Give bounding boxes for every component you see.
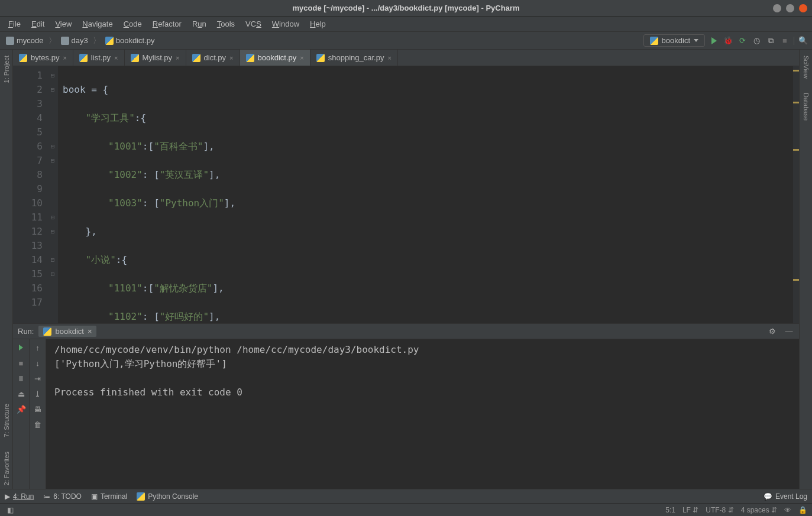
tab-label: dict.py (204, 53, 227, 62)
window-title: mycode [~/mycode] - .../day3/bookdict.py… (293, 4, 520, 12)
menu-vcs[interactable]: VCS (241, 18, 266, 30)
run-header: Run: bookdict × ⚙ — (13, 324, 799, 339)
run-button[interactable] (709, 35, 719, 46)
pause-button[interactable]: ⏸ (17, 374, 26, 383)
menu-refactor[interactable]: Refactor (148, 18, 186, 30)
tab-label: list.py (91, 53, 111, 62)
close-icon[interactable]: × (387, 54, 391, 61)
run-coverage-button[interactable]: ⟳ (737, 35, 748, 46)
pin-button[interactable]: 📌 (17, 404, 26, 414)
rerun-button[interactable] (17, 343, 26, 352)
tool-pyconsole[interactable]: Python Console (137, 492, 198, 501)
tab-list[interactable]: list.py× (73, 50, 125, 66)
chevron-down-icon (694, 39, 698, 42)
up-button[interactable]: ↑ (33, 343, 43, 352)
menu-run[interactable]: Run (187, 18, 211, 30)
minimap[interactable] (793, 66, 799, 323)
close-icon[interactable]: × (88, 327, 92, 336)
main-area: 1: Project 7: Structure 2: Favorites byt… (0, 50, 812, 489)
titlebar: mycode [~/mycode] - .../day3/bookdict.py… (0, 0, 812, 17)
separator (794, 37, 794, 45)
search-button[interactable]: 🔍 (798, 35, 808, 46)
scroll-end-button[interactable]: ⤓ (33, 389, 43, 398)
tool-sciview[interactable]: SciView (801, 52, 811, 82)
tool-project[interactable]: 1: Project (2, 52, 11, 86)
tab-shopping[interactable]: shopping_car.py× (310, 50, 398, 66)
output-line: ['Python入门,学习Python的好帮手'] (54, 358, 227, 369)
breadcrumbs: mycode 〉 day3 〉 bookdict.py (4, 35, 157, 46)
run-output-controls: ↑ ↓ ⇥ ⤓ 🖶 🗑 (30, 339, 46, 489)
tab-label: Mylist.py (143, 53, 173, 62)
menu-edit[interactable]: Edit (27, 18, 49, 30)
run-tab[interactable]: bookdict × (38, 326, 96, 337)
crumb-root[interactable]: mycode (4, 35, 46, 46)
crumb-file[interactable]: bookdict.py (103, 35, 157, 46)
menu-code[interactable]: Code (119, 18, 147, 30)
close-icon[interactable]: × (229, 54, 233, 61)
encoding[interactable]: UTF-8 ⇵ (706, 506, 733, 514)
run-config-selector[interactable]: bookdict (643, 34, 705, 47)
caret-position[interactable]: 5:1 (665, 506, 675, 514)
tool-database[interactable]: Database (801, 89, 811, 124)
softwrap-button[interactable]: ⇥ (33, 374, 43, 383)
tool-run[interactable]: ▶ 4: Run (5, 492, 34, 501)
close-icon[interactable]: × (300, 54, 303, 61)
close-icon[interactable]: × (176, 54, 179, 61)
code-content[interactable]: book = { "学习工具":{ "1001":["百科全书"], "1002… (58, 66, 799, 323)
run-controls: ■ ⏸ ⏏ 📌 (13, 339, 30, 489)
lock-icon[interactable]: 🔒 (798, 506, 807, 514)
exit-button[interactable]: ⏏ (17, 389, 26, 398)
crumb-file-label: bookdict.py (116, 36, 155, 45)
tab-dict[interactable]: dict.py× (186, 50, 240, 66)
menu-window[interactable]: Window (267, 18, 304, 30)
maximize-icon[interactable] (786, 4, 794, 12)
bottom-toolbar: ▶ 4: Run ≔ 6: TODO ▣ Terminal Python Con… (0, 489, 812, 503)
minimize-panel-icon[interactable]: — (784, 326, 794, 337)
tool-todo[interactable]: ≔ 6: TODO (43, 492, 82, 501)
toolwindows-icon[interactable]: ◧ (5, 505, 15, 515)
fold-column[interactable]: ⊟⊟⊟⊟⊟⊟⊟⊟ (47, 66, 58, 323)
tab-mylist[interactable]: Mylist.py× (125, 50, 186, 66)
debug-button[interactable]: 🐞 (723, 35, 733, 46)
python-icon (131, 54, 139, 62)
close-icon[interactable] (799, 4, 807, 12)
menu-file[interactable]: File (4, 18, 25, 30)
tool-structure[interactable]: 7: Structure (2, 400, 11, 441)
line-ending[interactable]: LF ⇵ (682, 506, 698, 514)
right-tool-strip: SciView Database (799, 50, 812, 489)
tab-bytes[interactable]: bytes.py× (13, 50, 73, 66)
down-button[interactable]: ↓ (33, 358, 43, 368)
tool-favorites[interactable]: 2: Favorites (2, 448, 11, 489)
run-tab-label: bookdict (55, 327, 83, 336)
print-button[interactable]: 🖶 (33, 404, 43, 414)
close-icon[interactable]: × (114, 54, 118, 61)
indent[interactable]: 4 spaces ⇵ (741, 506, 777, 514)
stop-process-button[interactable]: ■ (17, 358, 26, 368)
menu-tools[interactable]: Tools (212, 18, 240, 30)
python-icon (137, 492, 145, 501)
tool-terminal-label: Terminal (101, 492, 127, 501)
python-icon (79, 54, 88, 62)
minimize-icon[interactable] (773, 4, 781, 12)
editor-area: bytes.py× list.py× Mylist.py× dict.py× b… (13, 50, 799, 489)
folder-icon (6, 37, 14, 45)
tab-label: bytes.py (31, 53, 59, 62)
menu-help[interactable]: Help (305, 18, 331, 30)
menu-view[interactable]: View (50, 18, 76, 30)
attach-button[interactable]: ⧉ (765, 35, 776, 46)
run-body: ■ ⏸ ⏏ 📌 ↑ ↓ ⇥ ⤓ 🖶 🗑 /home/cc/mycode/venv… (13, 339, 799, 489)
tool-eventlog[interactable]: 💬 Event Log (764, 492, 807, 501)
menu-navigate[interactable]: Navigate (77, 18, 117, 30)
tab-bookdict[interactable]: bookdict.py× (240, 50, 310, 66)
code-editor[interactable]: 1234567891011121314151617 ⊟⊟⊟⊟⊟⊟⊟⊟ book … (13, 66, 799, 323)
settings-icon[interactable]: ⚙ (767, 326, 778, 337)
stop-button[interactable]: ■ (779, 35, 790, 46)
console-output[interactable]: /home/cc/mycode/venv/bin/python /home/cc… (46, 339, 799, 489)
close-icon[interactable]: × (63, 54, 66, 61)
tool-terminal[interactable]: ▣ Terminal (91, 492, 127, 501)
trash-button[interactable]: 🗑 (33, 420, 43, 429)
tool-todo-label: 6: TODO (53, 492, 82, 501)
profile-button[interactable]: ◷ (751, 35, 762, 46)
crumb-folder[interactable]: day3 (59, 35, 90, 46)
inspect-icon[interactable]: 👁 (784, 506, 791, 514)
